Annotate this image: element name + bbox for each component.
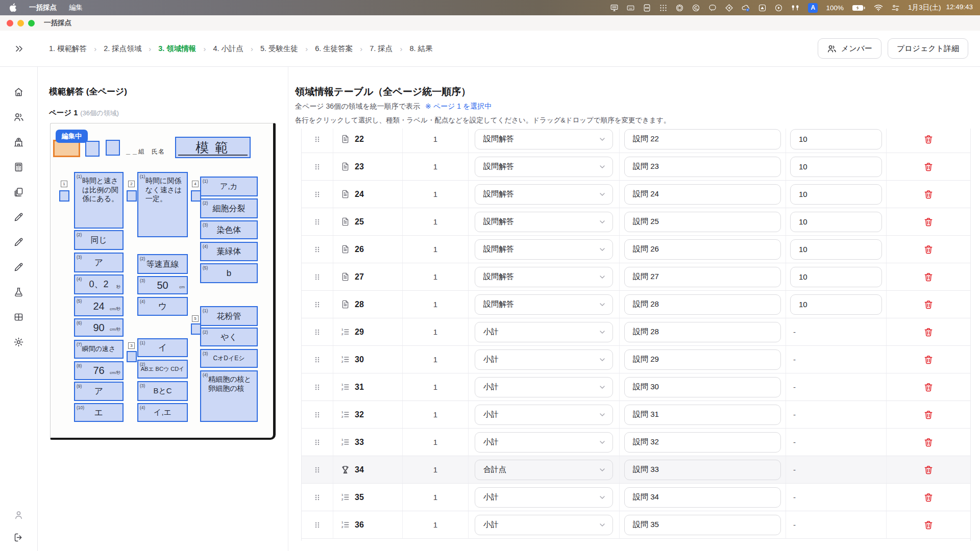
table-row[interactable]: 12351小計設問 34- xyxy=(302,484,970,511)
delete-region-button[interactable] xyxy=(920,406,937,423)
apple-menu-icon[interactable] xyxy=(9,3,17,12)
label-input[interactable]: 設問 24 xyxy=(624,184,781,205)
label-input[interactable]: 設問 35 xyxy=(624,515,781,535)
sidebar-item-copies[interactable] xyxy=(13,187,24,197)
table-row[interactable]: 241設問解答設問 2410 xyxy=(302,181,970,208)
timer-icon[interactable] xyxy=(675,4,684,12)
type-select[interactable]: 設問解答 xyxy=(475,239,613,260)
type-select[interactable]: 合計点 xyxy=(475,460,613,480)
sidebar-item-pen-1[interactable] xyxy=(13,212,24,222)
table-row[interactable]: 221設問解答設問 2210 xyxy=(302,129,970,153)
drag-handle[interactable] xyxy=(302,401,333,428)
type-select[interactable]: 設問解答 xyxy=(475,267,613,287)
drag-handle[interactable] xyxy=(302,129,333,153)
deepl-icon[interactable] xyxy=(758,4,767,12)
delete-region-button[interactable] xyxy=(920,186,937,203)
drag-handle[interactable] xyxy=(302,236,333,263)
region-box[interactable]: (4)ウ xyxy=(137,297,188,316)
airpods-icon[interactable] xyxy=(791,4,800,12)
drag-handle[interactable] xyxy=(302,208,333,235)
region-box[interactable]: (2)同じ xyxy=(74,230,124,250)
zoom-window-button[interactable] xyxy=(28,20,35,27)
delete-region-button[interactable] xyxy=(920,461,937,479)
table-row[interactable]: 231設問解答設問 2310 xyxy=(302,153,970,181)
label-input[interactable]: 設問 32 xyxy=(624,432,781,453)
sidebar-item-table[interactable] xyxy=(13,312,24,322)
region-box[interactable]: (2)等速直線 xyxy=(137,254,188,274)
label-input[interactable]: 設問 25 xyxy=(624,212,781,232)
region-box[interactable]: (3)50cm xyxy=(137,276,188,294)
sidebar-item-account[interactable] xyxy=(13,510,24,520)
region-box[interactable]: (2)細胞分裂 xyxy=(200,198,258,218)
drag-handle[interactable] xyxy=(302,346,333,373)
breadcrumb-step[interactable]: 6. 生徒答案 xyxy=(315,44,353,54)
points-input[interactable]: 10 xyxy=(790,212,882,232)
region-box[interactable]: (1)時間と速さは比例の関係にある。 xyxy=(74,172,124,229)
region-box[interactable]: (2)ABエ BCウ CDイ xyxy=(137,360,188,379)
type-select[interactable]: 小計 xyxy=(475,432,613,453)
sidebar-item-school[interactable] xyxy=(13,137,24,147)
region-box[interactable]: (4)0、2秒 xyxy=(74,274,124,294)
breadcrumb-step[interactable]: 1. 模範解答 xyxy=(49,44,87,54)
remote-control-icon[interactable] xyxy=(643,4,651,12)
region-box[interactable]: (10)エ xyxy=(74,403,124,422)
drag-handle[interactable] xyxy=(302,429,333,456)
label-input[interactable]: 設問 23 xyxy=(624,157,781,177)
sidebar-item-pen-2[interactable] xyxy=(13,237,24,247)
drag-handle[interactable] xyxy=(302,181,333,208)
label-input[interactable]: 設問 28 xyxy=(624,322,781,342)
members-button[interactable]: メンバー xyxy=(818,38,881,59)
keyboard-icon[interactable] xyxy=(626,4,635,12)
delete-region-button[interactable] xyxy=(920,351,937,368)
delete-region-button[interactable] xyxy=(920,241,937,258)
region-box[interactable]: (1)花粉管 xyxy=(200,306,258,326)
delete-region-button[interactable] xyxy=(920,213,937,231)
delete-region-button[interactable] xyxy=(920,379,937,396)
type-select[interactable]: 設問解答 xyxy=(475,212,613,232)
play-icon[interactable] xyxy=(774,4,783,12)
delete-region-button[interactable] xyxy=(920,434,937,451)
table-row[interactable]: 12321小計設問 31- xyxy=(302,401,970,429)
region-box[interactable]: (3)CオDイEシ xyxy=(200,349,258,368)
breadcrumb-step[interactable]: 3. 領域情報 xyxy=(158,44,196,54)
breadcrumb-step[interactable]: 5. 受験生徒 xyxy=(260,44,298,54)
drag-handle[interactable] xyxy=(302,373,333,400)
drag-handle[interactable] xyxy=(302,318,333,345)
menubar-clock[interactable]: 1月3日(土) 12:49:43 xyxy=(908,3,973,12)
drag-handle[interactable] xyxy=(302,456,333,483)
region-box[interactable]: (2)やく xyxy=(200,328,258,346)
table-row[interactable]: 281設問解答設問 2810 xyxy=(302,291,970,318)
sidebar-collapse-icon[interactable] xyxy=(14,43,24,54)
region-box[interactable] xyxy=(59,190,69,202)
drag-handle[interactable] xyxy=(302,153,333,180)
menubar-edit-menu[interactable]: 編集 xyxy=(69,3,83,12)
points-input[interactable]: 10 xyxy=(790,267,882,287)
breadcrumb-step[interactable]: 2. 採点領域 xyxy=(104,44,141,54)
region-box[interactable] xyxy=(127,190,137,202)
type-select[interactable]: 設問解答 xyxy=(475,157,613,177)
region-box[interactable]: 模範 xyxy=(175,137,251,158)
project-details-button[interactable]: プロジェクト詳細 xyxy=(888,38,968,59)
label-input[interactable]: 設問 30 xyxy=(624,377,781,397)
region-box[interactable] xyxy=(127,351,137,362)
type-select[interactable]: 小計 xyxy=(475,349,613,370)
delete-region-button[interactable] xyxy=(920,158,937,176)
type-select[interactable]: 小計 xyxy=(475,322,613,342)
breadcrumb-step[interactable]: 7. 採点 xyxy=(370,44,393,54)
type-select[interactable]: 設問解答 xyxy=(475,184,613,205)
label-input[interactable]: 設問 28 xyxy=(624,294,781,315)
region-box[interactable]: (1)イ xyxy=(137,338,188,357)
input-source-badge[interactable]: A xyxy=(808,3,818,13)
delete-region-button[interactable] xyxy=(920,131,937,148)
region-box[interactable]: (5)b xyxy=(200,263,258,283)
region-box[interactable]: (9)ア xyxy=(74,382,124,401)
close-window-button[interactable] xyxy=(7,20,13,27)
drag-handle[interactable] xyxy=(302,291,333,318)
table-row[interactable]: 251設問解答設問 2510 xyxy=(302,208,970,236)
type-select[interactable]: 小計 xyxy=(475,487,613,508)
type-select[interactable]: 小計 xyxy=(475,515,613,535)
table-row[interactable]: 261設問解答設問 2610 xyxy=(302,236,970,263)
drag-handle[interactable] xyxy=(302,484,333,511)
send-diamond-icon[interactable] xyxy=(725,4,733,12)
breadcrumb-step[interactable]: 8. 結果 xyxy=(409,44,432,54)
